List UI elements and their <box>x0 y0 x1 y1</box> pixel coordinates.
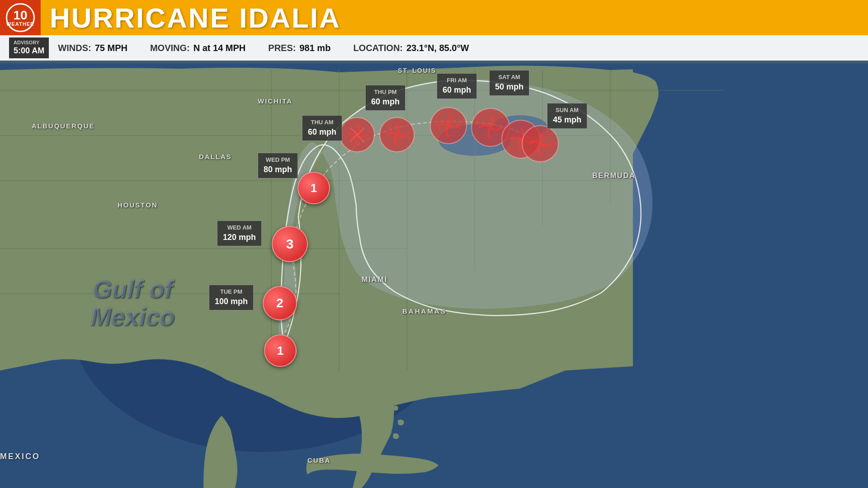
forecast-tue-pm: TUE PM 100 mph <box>209 285 254 310</box>
advisory-bar: ADVISORY 5:00 AM WINDS: 75 MPH MOVING: N… <box>0 35 868 61</box>
forecast-thu-pm: THU PM 60 mph <box>365 85 406 111</box>
forecast-sat-am: SAT AM 50 mph <box>489 70 529 96</box>
forecast-wed-pm: WED PM 80 mph <box>258 153 298 178</box>
advisory-stats: WINDS: 75 MPH MOVING: N at 14 MPH PRES: … <box>58 43 469 53</box>
logo: 10 WEATHER <box>6 3 35 32</box>
map-container: 1 2 3 1 RAPID CITY TORONTO ST. LOUIS WIC… <box>0 0 868 488</box>
stat-location: LOCATION: 23.1°N, 85.0°W <box>353 43 469 53</box>
advisory-time-box: ADVISORY 5:00 AM <box>9 38 49 58</box>
stat-winds: WINDS: 75 MPH <box>58 43 127 53</box>
forecast-sun-am: SUN AM 45 mph <box>547 103 587 129</box>
top-banner: 10 WEATHER HURRICANE IDALIA <box>0 0 868 35</box>
forecast-thu-am: THU AM 60 mph <box>302 115 342 141</box>
logo-box: 10 WEATHER <box>0 0 41 35</box>
forecast-fri-am: FRI AM 60 mph <box>437 73 477 99</box>
map-svg <box>0 0 868 488</box>
banner-title: HURRICANE IDALIA <box>50 2 341 34</box>
cat-1-bottom: 1 <box>264 334 297 367</box>
stat-moving: MOVING: N at 14 MPH <box>150 43 245 53</box>
cat-1-upper: 1 <box>297 172 330 204</box>
cat-3: 3 <box>272 226 308 262</box>
forecast-wed-am: WED AM 120 mph <box>217 221 262 246</box>
stat-pressure: PRES: 981 mb <box>268 43 330 53</box>
cat-2: 2 <box>263 286 297 320</box>
svg-rect-4 <box>633 63 868 488</box>
